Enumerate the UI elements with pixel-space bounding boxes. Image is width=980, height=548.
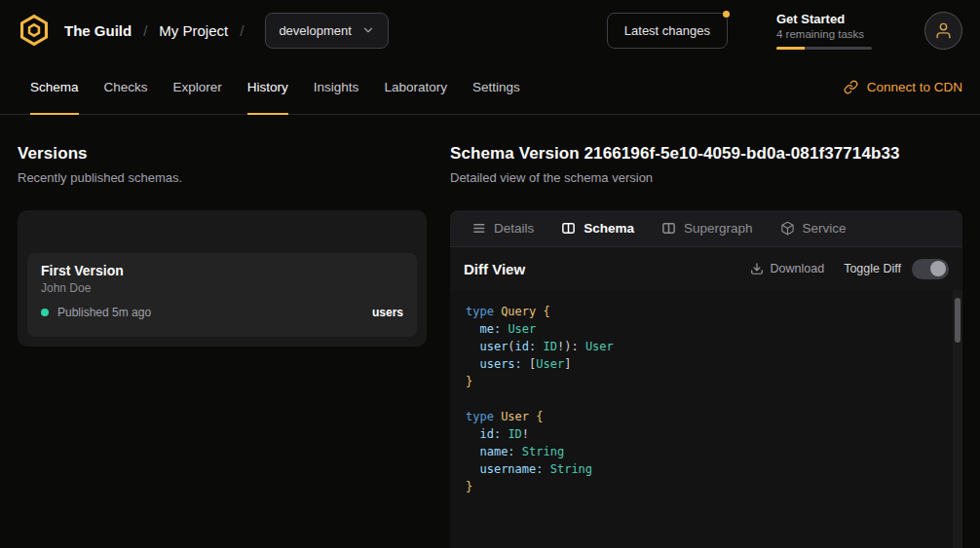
app-header: The Guild / My Project / development Lat… [0,0,980,60]
detail-tab-label: Service [803,221,847,236]
version-detail-subtitle: Detailed view of the schema version [450,170,962,185]
detail-tab-label: Details [494,221,534,236]
tab-settings[interactable]: Settings [460,60,533,114]
code-line: me: User [466,320,947,338]
version-detail-title: Schema Version 2166196f-5e10-4059-bd0a-0… [450,144,962,164]
schema-code-editor[interactable]: type Query { me: User user(id: ID!): Use… [450,290,962,548]
columns-icon [661,221,676,236]
breadcrumb-separator: / [240,22,244,39]
version-service-badge: users [372,306,403,319]
tab-laboratory[interactable]: Laboratory [371,60,460,114]
code-line: } [466,373,947,390]
user-icon [934,21,953,40]
detail-tab-label: Schema [584,221,634,236]
notification-dot [723,11,730,18]
download-icon [750,262,764,275]
link-icon [844,80,858,94]
target-nav: Schema Checks Explorer History Insights … [0,60,980,115]
versions-subtitle: Recently published schemas. [18,170,427,185]
version-detail-card: Details Schema Supergraph [450,210,962,548]
breadcrumb-project[interactable]: My Project [159,22,228,39]
latest-changes-button[interactable]: Latest changes [607,13,728,49]
code-line [466,390,947,408]
header-right: Latest changes Get Started 4 remaining t… [607,12,962,50]
version-meta: Published 5m ago users [41,306,403,319]
versions-title: Versions [18,144,427,164]
toggle-diff-switch[interactable] [912,259,949,279]
get-started-title: Get Started [776,12,872,26]
code-line: type Query { [466,303,947,320]
user-avatar[interactable] [924,12,962,50]
version-detail-panel: Schema Version 2166196f-5e10-4059-bd0a-0… [450,144,962,548]
code-line: type User { [466,408,947,425]
breadcrumb: The Guild / My Project / [64,22,255,39]
connect-to-cdn-link[interactable]: Connect to CDN [844,60,962,114]
diff-view-title: Diff View [464,261,525,277]
get-started-progress-fill [776,47,805,50]
versions-list-card: First Version John Doe Published 5m ago … [18,210,427,347]
download-button[interactable]: Download [750,262,825,275]
chevron-down-icon [361,23,375,37]
published-status-dot-icon [41,309,49,316]
diff-view-header: Diff View Download Toggle Diff [450,247,962,290]
box-icon [780,221,795,236]
connect-to-cdn-label: Connect to CDN [867,80,962,94]
detail-tab-details[interactable]: Details [458,210,547,246]
version-name: First Version [41,263,403,278]
breadcrumb-org[interactable]: The Guild [64,22,132,39]
detail-tab-supergraph[interactable]: Supergraph [648,210,767,246]
detail-tab-schema[interactable]: Schema [547,210,648,246]
columns-icon [561,221,576,236]
scrollbar-thumb[interactable] [955,298,961,343]
version-detail-tabs: Details Schema Supergraph [450,210,962,247]
detail-tab-service[interactable]: Service [767,210,860,246]
versions-panel: Versions Recently published schemas. Fir… [18,144,427,548]
version-author: John Doe [41,281,403,295]
code-line: users: [User] [466,355,947,373]
breadcrumb-separator: / [143,22,147,39]
code-line: name: String [466,443,947,460]
main-content: Versions Recently published schemas. Fir… [0,115,980,548]
code-line: } [466,478,947,495]
tab-explorer[interactable]: Explorer [161,60,235,114]
target-selector-value: development [279,23,351,38]
list-icon [471,221,486,236]
toggle-knob [930,261,946,276]
code-line: username: String [466,460,947,478]
tab-history[interactable]: History [235,60,301,114]
code-line: id: ID! [466,425,947,443]
detail-tab-label: Supergraph [684,221,753,236]
diff-view-actions: Download Toggle Diff [750,259,949,279]
code-block: type Query { me: User user(id: ID!): Use… [466,303,947,495]
toggle-diff-control: Toggle Diff [844,259,949,279]
download-label: Download [771,262,825,275]
tab-checks[interactable]: Checks [92,60,161,114]
get-started-remaining-tasks: 4 remaining tasks [776,28,872,40]
get-started-progress-bar [776,47,872,50]
tab-insights[interactable]: Insights [301,60,372,114]
tab-schema[interactable]: Schema [18,60,92,114]
latest-changes-label: Latest changes [624,23,710,38]
hive-logo-icon[interactable] [18,14,51,47]
code-line: user(id: ID!): User [466,338,947,355]
toggle-diff-label: Toggle Diff [844,262,901,275]
scrollbar-track[interactable] [953,290,962,548]
version-published-status: Published 5m ago [57,306,151,319]
target-selector-dropdown[interactable]: development [265,13,388,49]
version-list-item[interactable]: First Version John Doe Published 5m ago … [27,253,417,337]
get-started-widget[interactable]: Get Started 4 remaining tasks [776,12,872,50]
